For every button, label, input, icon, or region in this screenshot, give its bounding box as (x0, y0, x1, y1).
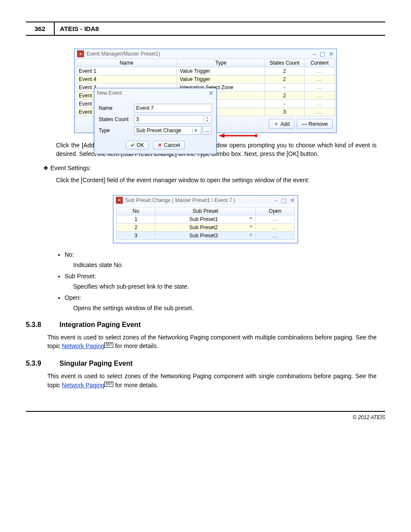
def-text: Opens the settings window of the sub pre… (73, 305, 385, 311)
ok-button[interactable]: ✔ OK (126, 141, 149, 149)
close-icon[interactable]: ✕ (209, 90, 214, 96)
event-settings-heading: ❖Event Settings: (43, 165, 385, 171)
content-button[interactable]: ... (304, 108, 335, 116)
close-icon[interactable]: ✕ (290, 197, 295, 204)
body-paragraph: Click the [Content] field of the event m… (56, 176, 377, 184)
cancel-button[interactable]: ✕ Cancel (153, 141, 184, 149)
content-button[interactable]: ... (304, 67, 335, 75)
name-label: Name (99, 105, 134, 111)
window-title: Sub Preset Change ( Master Preset1 \ Eve… (125, 197, 235, 203)
col-sub[interactable]: Sub Preset (156, 207, 256, 215)
maximize-icon[interactable]: ▢ (281, 197, 286, 204)
table-row[interactable]: Event 4 Value Trigger 2 ... (76, 75, 335, 84)
open-button[interactable]: ... (256, 223, 295, 231)
def-text: Specifies which sub-preset link to the s… (73, 283, 385, 290)
network-paging-link[interactable]: Network Paging (62, 382, 104, 389)
states-field[interactable]: 3 ▲▼ (134, 115, 212, 124)
col-type[interactable]: Type (177, 59, 265, 67)
chevron-down-icon[interactable]: ▼ (249, 233, 253, 237)
spinner-icon[interactable]: ▲▼ (204, 116, 210, 123)
def-term: No: (65, 251, 74, 258)
section-title: Singular Paging Event (59, 360, 133, 367)
new-event-popup: New Event ✕ Name Event 7 States Count 3 … (94, 88, 217, 154)
check-icon: ✔ (131, 142, 135, 148)
table-row[interactable]: Event 1 Value Trigger 2 ... (76, 67, 335, 75)
page-ref: 557 (104, 342, 113, 348)
minus-icon: — (302, 121, 307, 127)
definition-list: No: Indicates state No. Sub Preset: Spec… (65, 251, 385, 311)
content-button[interactable]: ... (304, 92, 335, 100)
name-field[interactable]: Event 7 (134, 104, 212, 112)
content-button[interactable]: ... (304, 84, 335, 92)
col-open[interactable]: Open (256, 207, 295, 215)
chevron-down-icon[interactable]: ▼ (249, 224, 253, 229)
section-heading: 5.3.8 Integration Paging Event (26, 321, 385, 329)
minimize-icon[interactable]: – (313, 50, 316, 57)
arrow-annotation (218, 133, 257, 139)
table-row[interactable]: 3 Sub Preset3 ▼ ... (117, 231, 295, 240)
section-number: 5.3.8 (26, 321, 52, 329)
open-button[interactable]: ... (256, 231, 295, 240)
diamond-icon: ❖ (43, 165, 49, 171)
def-term: Sub Preset: (65, 273, 96, 280)
open-button[interactable]: ... (256, 215, 295, 223)
content-button[interactable]: ... (304, 100, 335, 108)
def-term: Open: (65, 294, 81, 301)
sub-preset-window: ✕ Sub Preset Change ( Master Preset1 \ E… (113, 195, 298, 243)
col-states[interactable]: States Count (265, 59, 305, 67)
chevron-down-icon[interactable]: ▼ (249, 216, 253, 221)
states-label: States Count (99, 116, 134, 122)
col-no[interactable]: No (117, 207, 156, 215)
page-ref: 557 (104, 382, 113, 387)
close-icon[interactable]: ✕ (329, 50, 334, 57)
minimize-icon[interactable]: – (274, 197, 277, 204)
x-icon: ✕ (158, 142, 162, 148)
svg-marker-1 (218, 134, 224, 138)
svg-point-2 (255, 134, 258, 137)
network-paging-link[interactable]: Network Paging (62, 342, 104, 349)
type-browse-button[interactable]: ... (202, 126, 212, 135)
add-button[interactable]: ＋ Add (269, 119, 294, 129)
type-label: Type (99, 128, 134, 134)
event-manager-window: ✕ Event Manager(Master Preset1) – ▢ ✕ Na… (74, 49, 337, 133)
page-header: 362 ATEIS - IDA8 (26, 22, 385, 36)
app-icon: ✕ (116, 197, 123, 204)
app-icon: ✕ (77, 50, 84, 57)
content-button[interactable]: ... (304, 75, 335, 84)
section-heading: 5.3.9 Singular Paging Event (26, 360, 385, 367)
section-paragraph: This event is used to select zones of th… (47, 333, 377, 351)
window-title: Event Manager(Master Preset1) (87, 51, 160, 57)
section-paragraph: This event is used to select zones of th… (47, 372, 377, 389)
header-title: ATEIS - IDA8 (55, 22, 104, 35)
page-footer: © 2012 ATEÏS (26, 411, 385, 420)
table-row[interactable]: 1 Sub Preset1 ▼ ... (117, 215, 295, 223)
col-name[interactable]: Name (76, 59, 177, 67)
sub-preset-table: No Sub Preset Open 1 Sub Preset1 ▼ ... 2… (116, 207, 295, 240)
col-content[interactable]: Content (304, 59, 335, 67)
type-combo[interactable]: Sub Preset Change ▼ (134, 126, 201, 135)
page-number: 362 (26, 22, 55, 35)
popup-title: New Event (97, 90, 122, 96)
maximize-icon[interactable]: ▢ (320, 50, 325, 57)
chevron-down-icon[interactable]: ▼ (192, 128, 199, 133)
remove-button[interactable]: — Remove (297, 119, 333, 129)
section-number: 5.3.9 (26, 360, 52, 367)
plus-icon: ＋ (274, 120, 279, 128)
table-row[interactable]: 2 Sub Preset2 ▼ ... (117, 223, 295, 231)
def-text: Indicates state No. (73, 261, 385, 268)
section-title: Integration Paging Event (59, 321, 140, 329)
